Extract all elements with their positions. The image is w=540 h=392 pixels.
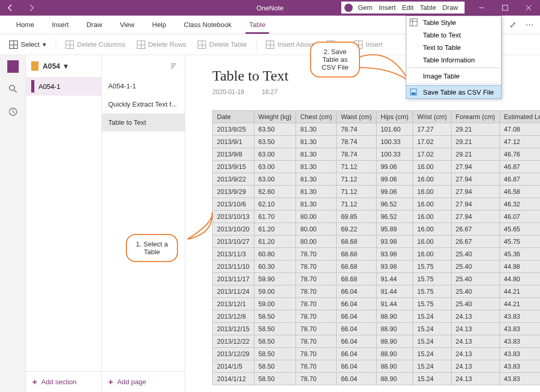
select-action[interactable]: Select▾ xyxy=(5,37,50,52)
more-icon[interactable]: ⋯ xyxy=(525,20,534,30)
svg-rect-5 xyxy=(410,19,417,26)
window-controls xyxy=(470,0,540,16)
gem-icon xyxy=(344,4,353,12)
mi-table-to-text[interactable]: Table to Text xyxy=(406,29,501,41)
table-header: Chest (cm) xyxy=(296,111,337,123)
workspace: A054 ▾ A054-1 + Add section A054-1-1Quic… xyxy=(0,55,540,392)
table-row[interactable]: 2013/11/2459.0078.7066.0491.4415.7525.40… xyxy=(213,285,541,298)
mi-save-csv[interactable]: Save Table as CSV File xyxy=(406,86,501,98)
tab-table[interactable]: Table xyxy=(240,16,274,34)
notebook-icon[interactable] xyxy=(7,60,19,73)
table-row[interactable]: 2013/12/858.5078.7066.0488.9015.2424.134… xyxy=(213,310,541,323)
mi-table-style[interactable]: Table Style xyxy=(406,16,501,29)
table-row[interactable]: 2013/10/1361.7080.0069.8596.5216.0027.94… xyxy=(213,211,541,223)
add-section-button[interactable]: + Add section xyxy=(26,371,101,392)
notebook-name: A054 xyxy=(43,62,60,70)
table-row[interactable]: 2013/12/2258.5078.7066.0488.9015.2424.13… xyxy=(213,335,541,348)
section-label: A054-1 xyxy=(38,83,60,90)
callout-select-table: 1. Select a Table xyxy=(126,234,178,262)
gem-menu-edit[interactable]: Edit xyxy=(399,4,417,11)
notebook-color-icon xyxy=(31,61,38,71)
gem-menu-gem[interactable]: Gem xyxy=(355,4,376,11)
section-item[interactable]: A054-1 xyxy=(26,77,101,96)
gem-table-menu: Table Style Table to Text Text to Table … xyxy=(406,16,502,99)
gem-menu-draw[interactable]: Draw xyxy=(439,4,461,11)
tab-help[interactable]: Help xyxy=(144,16,175,34)
mi-text-to-table[interactable]: Text to Table xyxy=(406,41,501,54)
table-header: Hips (cm) xyxy=(376,111,413,123)
delete-table-action[interactable]: Delete Table xyxy=(194,37,251,52)
titlebar: OneNote Gem Insert Edit Table Draw xyxy=(0,0,540,16)
table-row[interactable]: 2013/12/2958.5078.7066.0488.9015.2424.13… xyxy=(213,348,541,360)
forward-button[interactable] xyxy=(21,0,42,16)
search-icon[interactable] xyxy=(8,84,18,96)
plus-icon: + xyxy=(32,377,37,387)
delete-columns-action[interactable]: Delete Columns xyxy=(61,37,130,52)
svg-line-3 xyxy=(14,90,17,93)
table-header: Wrist (cm) xyxy=(413,111,452,123)
recent-icon[interactable] xyxy=(8,107,18,119)
add-page-button[interactable]: + Add page xyxy=(102,371,185,392)
table-row[interactable]: 2013/9/1563.0081.3071.1299.0616.0027.944… xyxy=(213,161,541,173)
back-button[interactable] xyxy=(0,0,21,16)
page-item[interactable]: A054-1-1 xyxy=(102,77,185,95)
sort-icon[interactable] xyxy=(102,55,185,77)
section-column: A054 ▾ A054-1 + Add section xyxy=(26,55,102,392)
delete-rows-action[interactable]: Delete Rows xyxy=(133,37,191,52)
svg-point-2 xyxy=(9,85,15,90)
maximize-button[interactable] xyxy=(493,0,517,16)
save-csv-icon xyxy=(409,88,418,96)
table-header: Waist (cm) xyxy=(337,111,376,123)
left-rail xyxy=(0,55,26,392)
section-color-bar xyxy=(31,80,34,93)
table-row[interactable]: 2013/10/2061.2080.0069.2295.8916.0026.67… xyxy=(213,223,541,236)
table-row[interactable]: 2013/8/2563.5081.3078.74101.6017.2729.21… xyxy=(213,123,541,136)
page-item[interactable]: Quickly Extract Text f... xyxy=(102,95,185,113)
gem-menu-insert[interactable]: Insert xyxy=(376,4,399,11)
table-row[interactable]: 2013/11/360.8078.7068.6893.9816.0025.404… xyxy=(213,248,541,260)
tab-draw[interactable]: Draw xyxy=(78,16,111,34)
page-time: 16:27 xyxy=(262,88,277,96)
plus-icon: + xyxy=(108,377,113,387)
table-row[interactable]: 2014/1/1258.5078.7066.0488.9015.2424.134… xyxy=(213,373,541,385)
page-item[interactable]: Table to Text xyxy=(102,113,185,132)
table-row[interactable]: 2013/9/2263.0081.3071.1299.0616.0027.944… xyxy=(213,173,541,186)
svg-rect-9 xyxy=(412,93,416,95)
table-header: Estimated Lean xyxy=(499,111,540,123)
app-title: OneNote xyxy=(256,4,284,12)
table-row[interactable]: 2013/11/1759.9078.7068.6891.4415.7525.40… xyxy=(213,273,541,285)
page-content: Table to Text 2020-01-18 16:27 DateWeigh… xyxy=(185,55,540,392)
table-header: Weight (kg) xyxy=(254,111,296,123)
data-table[interactable]: DateWeight (kg)Chest (cm)Waist (cm)Hips … xyxy=(212,110,540,385)
svg-rect-1 xyxy=(503,5,508,10)
page-date: 2020-01-18 xyxy=(212,88,244,96)
table-row[interactable]: 2013/10/2761.2080.0068.6893.9816.0026.67… xyxy=(213,236,541,248)
table-row[interactable]: 2013/10/662.1081.3071.1296.5216.0027.944… xyxy=(213,198,541,211)
table-row[interactable]: 2014/1/558.5078.7066.0488.9015.2424.1343… xyxy=(213,360,541,373)
chevron-down-icon: ▾ xyxy=(64,62,68,70)
tab-view[interactable]: View xyxy=(111,16,144,34)
table-style-icon xyxy=(409,18,418,27)
mi-table-information[interactable]: Table Information xyxy=(406,54,501,66)
table-row[interactable]: 2013/12/159.0078.7066.0491.4415.7525.404… xyxy=(213,298,541,310)
table-row[interactable]: 2013/12/1558.5078.7066.0488.9015.2424.13… xyxy=(213,323,541,335)
table-header: Forearm (cm) xyxy=(451,111,499,123)
close-button[interactable] xyxy=(517,0,540,16)
tab-insert[interactable]: Insert xyxy=(43,16,78,34)
tab-class-notebook[interactable]: Class Notebook xyxy=(175,16,240,34)
table-header: Date xyxy=(213,111,254,123)
table-row[interactable]: 2013/9/863.0081.3078.74100.3317.0229.214… xyxy=(213,148,541,161)
notebook-header[interactable]: A054 ▾ xyxy=(26,55,101,77)
fullscreen-icon[interactable]: ⤢ xyxy=(509,20,516,30)
callout-save-csv: 2. Save Table as CSV File xyxy=(310,42,360,77)
table-row[interactable]: 2013/9/2962.6081.3071.1299.0616.0027.944… xyxy=(213,186,541,198)
gem-toolbar: Gem Insert Edit Table Draw xyxy=(341,2,465,14)
table-row[interactable]: 2013/11/1060.3078.7068.6893.9815.7525.40… xyxy=(213,260,541,273)
minimize-button[interactable] xyxy=(470,0,493,16)
tab-home[interactable]: Home xyxy=(7,16,43,34)
table-row[interactable]: 2013/9/163.5081.3078.74100.3317.0229.214… xyxy=(213,136,541,148)
mi-image-table[interactable]: Image Table xyxy=(406,70,501,82)
gem-menu-table[interactable]: Table xyxy=(417,4,439,11)
